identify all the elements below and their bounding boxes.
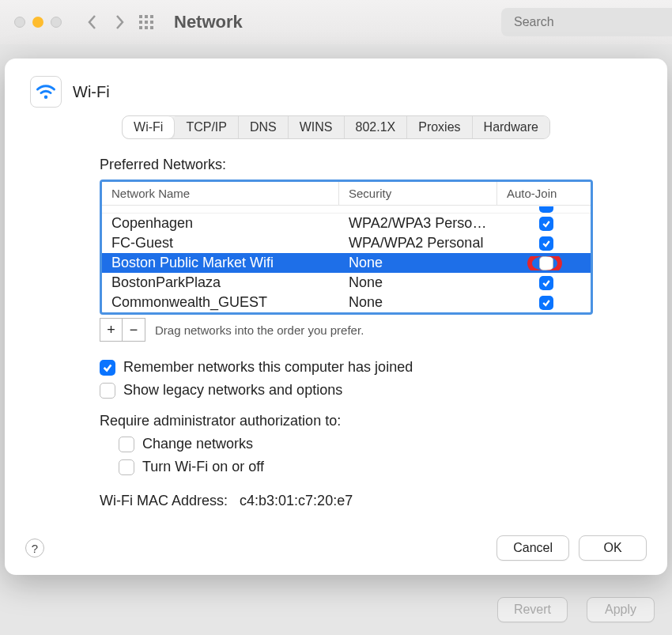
security-cell: None — [339, 255, 497, 271]
auto-join-checkbox[interactable] — [539, 236, 553, 251]
ok-button[interactable]: OK — [579, 535, 647, 561]
wifi-sheet: Wi-Fi Wi-FiTCP/IPDNSWINS802.1XProxiesHar… — [5, 59, 667, 575]
tab-hardware[interactable]: Hardware — [473, 116, 549, 138]
revert-button[interactable]: Revert — [497, 597, 568, 622]
table-row[interactable]: Commonwealth_GUESTNone — [102, 293, 591, 312]
security-cell: WPA2/WPA3 Personal — [339, 215, 497, 232]
tab-bar: Wi-FiTCP/IPDNSWINS802.1XProxiesHardware — [122, 115, 550, 139]
security-cell: WPA/WPA2 Personal — [339, 235, 497, 251]
cancel-button[interactable]: Cancel — [496, 535, 569, 561]
mac-address-label: Wi-Fi MAC Address: — [100, 493, 228, 508]
show-all-button[interactable] — [136, 12, 157, 32]
search-input[interactable] — [514, 15, 672, 29]
minimize-window-button[interactable] — [32, 17, 43, 28]
network-name-cell: Copenhagen — [102, 215, 339, 232]
table-row[interactable]: . . — [102, 206, 591, 214]
search-field-wrap[interactable] — [501, 8, 672, 36]
auto-join-cell — [497, 296, 591, 310]
window-title: Network — [174, 12, 243, 32]
titlebar: Network — [0, 0, 672, 44]
network-name-cell: FC-Guest — [102, 235, 339, 251]
auto-join-cell — [497, 276, 591, 290]
traffic-lights — [14, 17, 62, 28]
admin-auth-checkbox[interactable] — [119, 437, 134, 452]
legacy-networks-label: Show legacy networks and options — [123, 382, 342, 399]
remove-network-button[interactable]: − — [123, 319, 145, 341]
tab-wi-fi[interactable]: Wi-Fi — [123, 116, 175, 138]
network-name-cell: BostonParkPlaza — [102, 274, 339, 291]
panel-header: Wi-Fi — [5, 59, 667, 115]
panel-title: Wi-Fi — [73, 83, 110, 101]
remember-networks-option[interactable]: Remember networks this computer has join… — [100, 359, 636, 376]
sheet-footer: ? Cancel OK — [25, 535, 647, 561]
tab-dns[interactable]: DNS — [239, 116, 289, 138]
window-footer: Revert Apply — [488, 597, 655, 622]
admin-auth-option[interactable]: Turn Wi-Fi on or off — [119, 459, 636, 475]
legacy-networks-checkbox[interactable] — [100, 383, 115, 399]
add-remove-bar: + − Drag networks into the order you pre… — [100, 318, 636, 342]
admin-auth-checkbox[interactable] — [119, 459, 134, 475]
tab-proxies[interactable]: Proxies — [407, 116, 472, 138]
auto-join-checkbox[interactable] — [539, 217, 553, 231]
table-row[interactable]: CopenhagenWPA2/WPA3 Personal — [102, 214, 591, 233]
tab-tcp-ip[interactable]: TCP/IP — [175, 116, 239, 138]
svg-point-2 — [44, 96, 48, 100]
table-body: . . CopenhagenWPA2/WPA3 PersonalFC-Guest… — [102, 206, 591, 312]
help-button[interactable]: ? — [25, 539, 44, 558]
options-group: Remember networks this computer has join… — [100, 359, 636, 399]
admin-auth-block: Require administrator authorization to: … — [100, 413, 636, 475]
auto-join-cell — [497, 256, 591, 270]
tab-wins[interactable]: WINS — [289, 116, 345, 138]
zoom-window-button[interactable] — [51, 17, 62, 28]
close-window-button[interactable] — [14, 17, 25, 28]
col-security[interactable]: Security — [339, 182, 497, 205]
auto-join-checkbox[interactable] — [539, 276, 553, 290]
apply-button[interactable]: Apply — [587, 597, 655, 622]
auto-join-checkbox[interactable] — [539, 296, 553, 310]
table-row[interactable]: BostonParkPlazaNone — [102, 273, 591, 293]
table-row[interactable]: Boston Public Market WifiNone — [102, 253, 591, 273]
admin-auth-option[interactable]: Change networks — [119, 436, 636, 452]
tab-802-1x[interactable]: 802.1X — [345, 116, 408, 138]
col-network-name[interactable]: Network Name — [102, 182, 339, 205]
remember-networks-checkbox[interactable] — [100, 360, 115, 376]
remember-networks-label: Remember networks this computer has join… — [123, 359, 413, 376]
preferred-networks-label: Preferred Networks: — [100, 157, 636, 173]
grid-icon — [139, 15, 153, 29]
wifi-icon — [30, 76, 62, 108]
back-button[interactable] — [82, 12, 103, 32]
wifi-tab-content: Preferred Networks: Network Name Securit… — [5, 139, 667, 509]
legacy-networks-option[interactable]: Show legacy networks and options — [100, 382, 636, 399]
col-auto-join[interactable]: Auto-Join — [497, 182, 593, 205]
admin-auth-heading: Require administrator authorization to: — [100, 413, 636, 429]
admin-auth-label: Change networks — [142, 436, 253, 452]
auto-join-checkbox[interactable] — [539, 206, 553, 213]
forward-button[interactable] — [109, 12, 130, 32]
network-name-cell: Commonwealth_GUEST — [102, 294, 339, 311]
auto-join-cell — [497, 236, 591, 251]
security-cell: None — [339, 274, 497, 291]
security-cell: None — [339, 294, 497, 311]
admin-auth-label: Turn Wi-Fi on or off — [142, 459, 264, 475]
preferred-networks-table[interactable]: Network Name Security Auto-Join . . Cope… — [100, 180, 593, 315]
auto-join-cell — [497, 217, 591, 231]
reorder-hint: Drag networks into the order you prefer. — [155, 323, 364, 337]
auto-join-checkbox[interactable] — [539, 256, 553, 270]
mac-address-value: c4:b3:01:c7:20:e7 — [240, 493, 353, 508]
mac-address-row: Wi-Fi MAC Address: c4:b3:01:c7:20:e7 — [100, 493, 636, 509]
add-remove-group: + − — [100, 318, 145, 342]
add-network-button[interactable]: + — [100, 319, 123, 341]
table-row[interactable]: FC-GuestWPA/WPA2 Personal — [102, 233, 591, 253]
network-name-cell: Boston Public Market Wifi — [102, 255, 339, 271]
table-header: Network Name Security Auto-Join — [102, 182, 591, 206]
